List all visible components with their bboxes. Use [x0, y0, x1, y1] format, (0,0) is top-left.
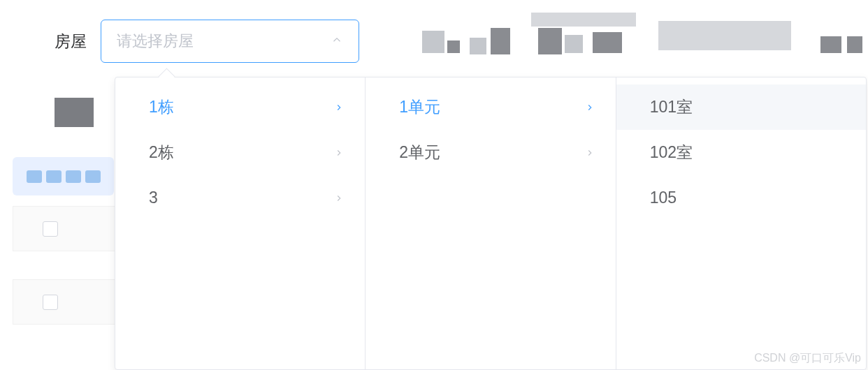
cascader-item[interactable]: 2栋 — [115, 130, 365, 175]
cascader-item[interactable]: 2单元 — [366, 130, 615, 175]
checkbox[interactable] — [43, 295, 58, 310]
chevron-right-icon — [334, 188, 344, 207]
house-select[interactable]: 请选择房屋 — [101, 20, 359, 63]
chevron-right-icon — [585, 98, 595, 117]
cascader-item-label: 2单元 — [399, 142, 440, 163]
cascader-item-label: 1栋 — [149, 96, 174, 118]
cascader-column: 1栋2栋3 — [115, 77, 366, 369]
cascader-item[interactable]: 1单元 — [366, 84, 615, 130]
cascader-item-label: 105 — [650, 188, 677, 207]
watermark: CSDN @可口可乐Vip — [754, 351, 861, 366]
cascader-item[interactable]: 105 — [616, 175, 866, 221]
chevron-right-icon — [334, 98, 344, 117]
cascader-item-label: 3 — [149, 188, 158, 207]
cascader-item[interactable]: 102室 — [616, 130, 866, 175]
field-label: 房屋 — [55, 31, 87, 52]
list-row — [13, 206, 117, 251]
tag-row — [13, 157, 114, 195]
cascader-item[interactable]: 101室 — [616, 84, 866, 130]
cascader-dropdown: 1栋2栋31单元2单元101室102室105 — [115, 77, 867, 370]
cascader-item[interactable]: 1栋 — [115, 84, 365, 130]
chevron-right-icon — [334, 143, 344, 162]
cascader-item[interactable]: 3 — [115, 175, 365, 221]
cascader-item-label: 101室 — [650, 96, 693, 118]
list-row — [13, 279, 117, 325]
cascader-item-label: 102室 — [650, 142, 693, 163]
cascader-column: 1单元2单元 — [366, 77, 616, 369]
cascader-item-label: 1单元 — [399, 96, 440, 118]
select-placeholder: 请选择房屋 — [117, 31, 194, 52]
cascader-item-label: 2栋 — [149, 142, 174, 163]
checkbox[interactable] — [43, 221, 58, 237]
cascader-column: 101室102室105 — [616, 77, 866, 369]
obscured-block — [55, 98, 94, 127]
chevron-up-icon — [331, 34, 343, 49]
chevron-right-icon — [585, 143, 595, 162]
